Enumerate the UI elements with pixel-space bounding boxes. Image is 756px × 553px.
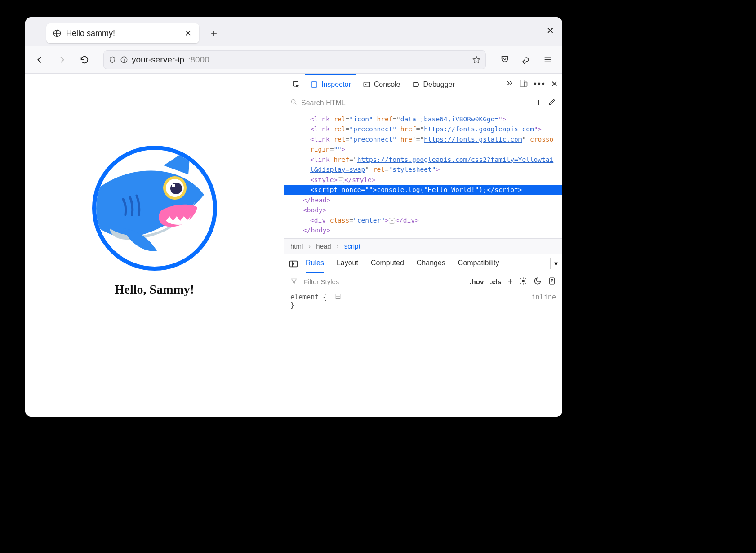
rules-body[interactable]: element { } inline — [284, 290, 562, 417]
html-search-input[interactable]: Search HTML — [301, 99, 414, 107]
element-picker-icon[interactable] — [289, 74, 304, 94]
svg-point-4 — [170, 183, 182, 194]
tab-console[interactable]: Console — [357, 74, 406, 94]
browser-tab[interactable]: Hello sammy! ✕ — [46, 23, 199, 43]
tab-debugger-label: Debugger — [423, 80, 455, 89]
tab-title: Hello sammy! — [66, 29, 178, 38]
svg-point-11 — [292, 99, 295, 103]
url-host: your-server-ip — [132, 55, 184, 65]
tab-rules[interactable]: Rules — [306, 254, 324, 273]
svg-point-13 — [522, 280, 525, 282]
cls-toggle[interactable]: .cls — [490, 278, 501, 285]
crumb-html[interactable]: html — [290, 242, 303, 250]
toolbar-right — [497, 52, 556, 68]
page-heading: Hello, Sammy! — [115, 282, 194, 297]
pocket-icon[interactable] — [497, 52, 513, 68]
shield-icon — [108, 56, 116, 64]
url-bar[interactable]: your-server-ip:8000 — [103, 50, 486, 69]
tab-computed[interactable]: Computed — [371, 254, 404, 273]
svg-rect-8 — [364, 82, 370, 87]
tab-changes[interactable]: Changes — [417, 254, 445, 273]
add-node-icon[interactable]: + — [533, 97, 544, 109]
ellipsis-icon[interactable]: ⋯ — [338, 177, 344, 183]
crumb-script[interactable]: script — [344, 242, 360, 250]
chevron-right-icon: › — [308, 242, 311, 250]
back-button[interactable] — [31, 52, 48, 68]
html-tree[interactable]: <link rel="icon" href="data:;base64,iVBO… — [284, 111, 562, 238]
rule-selector: element { — [290, 293, 327, 301]
page-viewport: Hello, Sammy! — [25, 74, 284, 417]
avatar — [92, 146, 217, 271]
more-icon[interactable]: ••• — [534, 79, 546, 89]
light-mode-icon[interactable] — [519, 277, 527, 286]
responsive-icon[interactable] — [519, 79, 528, 89]
tab-strip: Hello sammy! ✕ ✕ — [25, 17, 562, 46]
html-search-bar: Search HTML + — [284, 94, 562, 111]
chevrons-icon[interactable] — [505, 79, 514, 89]
selected-node[interactable]: <script nonce="">console.log("Hello Worl… — [284, 185, 562, 195]
add-rule-icon[interactable]: + — [507, 276, 513, 287]
print-icon[interactable] — [548, 277, 556, 286]
wrench-icon[interactable] — [518, 52, 534, 68]
sidebar-toggle-icon[interactable] — [289, 259, 298, 269]
browser-window: Hello sammy! ✕ ✕ your-server-ip:8000 — [25, 17, 562, 417]
globe-icon — [53, 29, 62, 38]
tab-inspector[interactable]: Inspector — [305, 74, 356, 94]
hov-toggle[interactable]: :hov — [470, 278, 484, 285]
ellipsis-icon[interactable]: ⋯ — [389, 218, 396, 224]
window-close-icon[interactable]: ✕ — [547, 25, 554, 36]
breadcrumbs[interactable]: html › head › script — [284, 238, 562, 254]
toolbar: your-server-ip:8000 — [25, 46, 562, 74]
chevron-right-icon: › — [337, 242, 339, 250]
filter-icon — [290, 277, 298, 286]
rules-tabs: Rules Layout Computed Changes Compatibil… — [284, 254, 562, 273]
tab-debugger[interactable]: Debugger — [407, 74, 460, 94]
hamburger-icon[interactable] — [540, 52, 556, 68]
rule-source[interactable]: inline — [532, 293, 556, 301]
devtools-close-icon[interactable]: ✕ — [551, 79, 558, 89]
url-port: :8000 — [188, 55, 209, 65]
rule-close: } — [290, 301, 556, 309]
tab-inspector-label: Inspector — [321, 80, 351, 89]
tab-layout[interactable]: Layout — [337, 254, 358, 273]
svg-rect-7 — [311, 82, 317, 87]
devtools-tabs: Inspector Console Debugger ••• ✕ — [284, 74, 562, 94]
svg-rect-14 — [550, 278, 555, 284]
eyedropper-icon[interactable] — [548, 98, 556, 108]
svg-point-5 — [172, 184, 175, 187]
tab-close-icon[interactable]: ✕ — [183, 28, 193, 38]
tab-compatibility[interactable]: Compatibility — [458, 254, 499, 273]
grid-icon[interactable] — [335, 293, 341, 301]
filter-input[interactable]: Filter Styles — [304, 278, 339, 285]
search-icon — [290, 98, 298, 107]
dark-mode-icon[interactable] — [534, 277, 542, 286]
tab-console-label: Console — [374, 80, 400, 89]
devtools-tabs-right: ••• ✕ — [505, 74, 558, 94]
bookmark-icon[interactable] — [472, 55, 481, 64]
new-tab-button[interactable] — [205, 25, 222, 42]
forward-button[interactable] — [54, 52, 70, 68]
content-area: Hello, Sammy! Inspector Console Debugge — [25, 74, 562, 417]
overflow-dropdown[interactable]: ▾ — [550, 254, 562, 273]
styles-filter-bar: Filter Styles :hov .cls + — [284, 273, 562, 290]
crumb-head[interactable]: head — [316, 242, 331, 250]
reload-button[interactable] — [76, 52, 93, 68]
info-icon[interactable] — [120, 56, 128, 64]
devtools-panel: Inspector Console Debugger ••• ✕ — [284, 74, 562, 417]
